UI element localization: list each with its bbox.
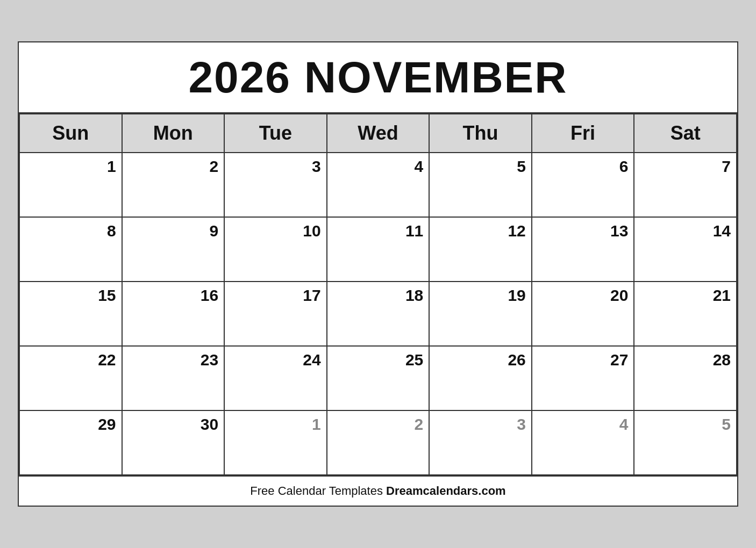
header-mon: Mon <box>122 114 225 153</box>
calendar-day: 3 <box>224 153 327 217</box>
calendar-title: 2026 NOVEMBER <box>19 42 737 113</box>
header-thu: Thu <box>429 114 532 153</box>
calendar-day: 1 <box>19 153 122 217</box>
calendar-day: 1 <box>224 410 327 475</box>
header-tue: Tue <box>224 114 327 153</box>
calendar-day: 14 <box>634 217 737 282</box>
calendar-day: 2 <box>327 410 430 475</box>
calendar-day: 22 <box>19 346 122 410</box>
calendar-day: 21 <box>634 282 737 346</box>
week-row-3: 15161718192021 <box>19 282 737 346</box>
calendar-day: 10 <box>224 217 327 282</box>
week-row-1: 1234567 <box>19 153 737 217</box>
header-fri: Fri <box>532 114 634 153</box>
calendar-day: 7 <box>634 153 737 217</box>
calendar-day: 25 <box>327 346 430 410</box>
calendar-day: 28 <box>634 346 737 410</box>
calendar-day: 26 <box>429 346 532 410</box>
header-sun: Sun <box>19 114 122 153</box>
calendar-day: 6 <box>532 153 634 217</box>
calendar-day: 5 <box>634 410 737 475</box>
header-wed: Wed <box>327 114 430 153</box>
calendar-day: 9 <box>122 217 225 282</box>
calendar-day: 4 <box>532 410 634 475</box>
footer-normal-text: Free Calendar Templates <box>250 484 386 497</box>
calendar-day: 18 <box>327 282 430 346</box>
calendar-day: 13 <box>532 217 634 282</box>
calendar-footer: Free Calendar Templates Dreamcalendars.c… <box>19 475 737 506</box>
calendar-day: 23 <box>122 346 225 410</box>
calendar-day: 19 <box>429 282 532 346</box>
week-row-4: 22232425262728 <box>19 346 737 410</box>
calendar-day: 30 <box>122 410 225 475</box>
calendar-day: 24 <box>224 346 327 410</box>
footer-bold-text: Dreamcalendars.com <box>386 484 506 497</box>
calendar-day: 15 <box>19 282 122 346</box>
header-sat: Sat <box>634 114 737 153</box>
calendar-day: 16 <box>122 282 225 346</box>
calendar-day: 12 <box>429 217 532 282</box>
calendar-day: 29 <box>19 410 122 475</box>
calendar-day: 5 <box>429 153 532 217</box>
calendar-day: 4 <box>327 153 430 217</box>
calendar-day: 2 <box>122 153 225 217</box>
week-row-5: 293012345 <box>19 410 737 475</box>
calendar-day: 17 <box>224 282 327 346</box>
calendar-day: 20 <box>532 282 634 346</box>
calendar-day: 27 <box>532 346 634 410</box>
calendar-container: 2026 NOVEMBER SunMonTueWedThuFriSat 1234… <box>18 41 738 507</box>
calendar-day: 8 <box>19 217 122 282</box>
calendar-day: 11 <box>327 217 430 282</box>
calendar-grid: SunMonTueWedThuFriSat 123456789101112131… <box>19 113 737 475</box>
days-header-row: SunMonTueWedThuFriSat <box>19 114 737 153</box>
week-row-2: 891011121314 <box>19 217 737 282</box>
calendar-day: 3 <box>429 410 532 475</box>
